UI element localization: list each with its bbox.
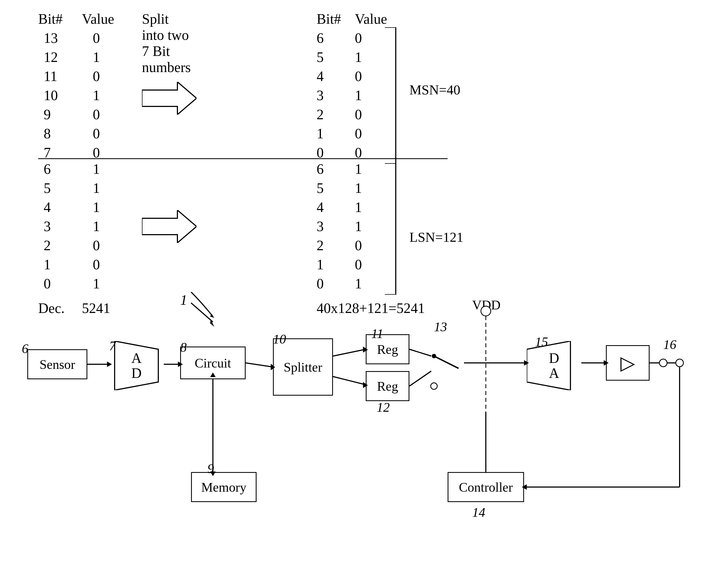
svg-marker-14 xyxy=(271,364,275,370)
svg-line-20 xyxy=(333,377,366,385)
svg-line-40 xyxy=(191,303,213,322)
left-val-4: 1 xyxy=(93,199,100,215)
right-lower-val-3: 1 xyxy=(355,218,362,234)
left-bit-8: 8 xyxy=(44,126,51,142)
svg-line-13 xyxy=(246,363,273,367)
svg-point-26 xyxy=(432,354,436,358)
svg-line-25 xyxy=(434,356,458,369)
right-lower-bit-3: 3 xyxy=(316,218,324,234)
right-divider xyxy=(316,158,393,159)
svg-line-18 xyxy=(333,349,366,356)
left-val-3: 1 xyxy=(93,218,100,234)
right-upper-bit-6: 6 xyxy=(316,30,324,46)
page: Bit# Value Split into two 7 Bit numbers … xyxy=(0,0,720,588)
svg-point-33 xyxy=(676,359,683,367)
svg-marker-41 xyxy=(210,319,214,327)
arrow-msn xyxy=(142,82,197,116)
right-upper-bit-1: 1 xyxy=(316,126,324,142)
left-bit-6: 6 xyxy=(44,161,51,177)
msn-bracket xyxy=(382,27,404,164)
left-bit-9: 9 xyxy=(44,106,51,123)
left-val-8: 0 xyxy=(93,126,100,142)
left-bit-3: 3 xyxy=(44,218,51,234)
left-val-6: 1 xyxy=(93,161,100,177)
header-bit-left: Bit# xyxy=(38,11,63,27)
left-bit-11: 11 xyxy=(44,68,57,84)
left-val-11: 0 xyxy=(93,68,100,84)
svg-marker-28 xyxy=(524,360,529,365)
arrow-lsn xyxy=(142,210,197,244)
svg-marker-36 xyxy=(522,484,527,490)
right-lower-bit-4: 4 xyxy=(316,199,324,215)
svg-marker-16 xyxy=(210,373,215,377)
svg-point-32 xyxy=(659,359,667,367)
left-bit-4: 4 xyxy=(44,199,51,215)
right-lower-val-1: 0 xyxy=(355,256,362,273)
msn-label: MSN=40 xyxy=(409,82,460,98)
right-upper-bit-2: 2 xyxy=(316,106,324,123)
svg-marker-10 xyxy=(107,361,112,367)
svg-point-24 xyxy=(431,383,437,390)
left-val-10: 1 xyxy=(93,87,100,103)
right-upper-val-4: 0 xyxy=(355,68,362,84)
left-val-1: 0 xyxy=(93,256,100,273)
lsn-label: LSN=121 xyxy=(409,229,464,245)
right-upper-val-5: 1 xyxy=(355,49,362,65)
right-upper-val-1: 0 xyxy=(355,126,362,142)
svg-marker-19 xyxy=(363,346,368,353)
right-lower-bit-6: 6 xyxy=(316,161,324,177)
svg-marker-17 xyxy=(210,471,215,476)
left-val-12: 1 xyxy=(93,49,100,65)
right-lower-val-4: 1 xyxy=(355,199,362,215)
left-bit-10: 10 xyxy=(44,87,58,103)
right-upper-bit-5: 5 xyxy=(316,49,324,65)
left-val-2: 0 xyxy=(93,237,100,253)
left-val-13: 0 xyxy=(93,30,100,46)
svg-marker-0 xyxy=(142,82,197,114)
left-bit-12: 12 xyxy=(44,49,58,65)
header-value-right: Value xyxy=(355,11,387,27)
svg-line-22 xyxy=(409,349,431,356)
left-bit-1: 1 xyxy=(44,256,51,273)
right-upper-val-6: 0 xyxy=(355,30,362,46)
diagram-section: 1 Sensor 6 A D 7 Circuit 8 M xyxy=(0,287,720,587)
right-lower-bit-2: 2 xyxy=(316,237,324,253)
lsn-bracket xyxy=(382,158,404,295)
svg-marker-1 xyxy=(142,210,197,243)
left-val-5: 1 xyxy=(93,180,100,196)
left-bit-13: 13 xyxy=(44,30,58,46)
right-lower-bit-1: 1 xyxy=(316,256,324,273)
svg-line-23 xyxy=(409,371,431,386)
right-upper-bit-4: 4 xyxy=(316,68,324,84)
svg-marker-30 xyxy=(604,360,609,365)
svg-marker-12 xyxy=(178,361,183,367)
header-bit-right: Bit# xyxy=(316,11,341,27)
left-val-9: 0 xyxy=(93,106,100,123)
svg-point-37 xyxy=(481,306,491,316)
left-bit-2: 2 xyxy=(44,237,51,253)
right-upper-val-2: 0 xyxy=(355,106,362,123)
right-lower-val-2: 0 xyxy=(355,237,362,253)
left-bit-5: 5 xyxy=(44,180,51,196)
right-lower-val-6: 1 xyxy=(355,161,362,177)
right-lower-val-5: 1 xyxy=(355,180,362,196)
diagram-connections xyxy=(0,287,720,587)
right-upper-val-3: 1 xyxy=(355,87,362,103)
header-value-left: Value xyxy=(82,11,114,27)
header-middle: Split into two 7 Bit numbers xyxy=(142,11,191,75)
svg-marker-21 xyxy=(363,382,368,388)
right-lower-bit-5: 5 xyxy=(316,180,324,196)
right-upper-bit-3: 3 xyxy=(316,87,324,103)
